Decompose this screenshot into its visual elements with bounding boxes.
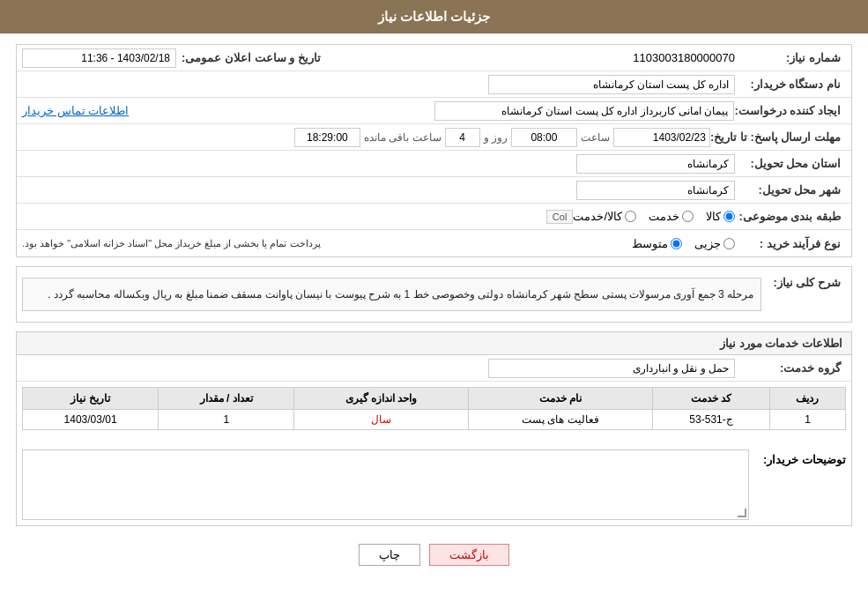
delivery-province-label: استان محل تحویل:: [735, 157, 841, 170]
description-label: شرح کلی نیاز:: [761, 272, 841, 289]
main-form: شماره نیاز: 1103003180000070 تاریخ و ساع…: [16, 44, 852, 257]
need-number-value: 1103003180000070: [633, 51, 735, 64]
col-header-unit: واحد اندازه گیری: [294, 388, 468, 410]
remarks-box: [22, 449, 749, 520]
row-process-type: نوع فرآیند خرید : جزیی متوسط پرداخت تمام…: [17, 230, 851, 256]
print-button[interactable]: چاپ: [359, 544, 420, 566]
category-radio-group: کالا خدمت کالا/خدمت: [573, 210, 735, 223]
cell-unit: سال: [294, 410, 468, 430]
category-option-kala[interactable]: کالا: [706, 210, 735, 223]
cell-row-num: 1: [769, 410, 845, 430]
page-header: جزئیات اطلاعات نیاز: [0, 0, 868, 33]
row-delivery-city: شهر محل تحویل:: [17, 177, 851, 204]
col-header-need-date: تاریخ نیاز: [23, 388, 159, 410]
remarks-row: توضیحات خریدار:: [17, 444, 851, 525]
response-days-label: روز و: [484, 131, 508, 144]
response-time-label: ساعت: [581, 131, 610, 144]
row-need-number: شماره نیاز: 1103003180000070 تاریخ و ساع…: [17, 45, 851, 71]
contact-link[interactable]: اطلاعات تماس خریدار: [22, 104, 129, 117]
delivery-city-label: شهر محل تحویل:: [735, 183, 841, 197]
col-header-service-code: کد خدمت: [653, 388, 770, 410]
category-label: طبقه بندی موضوعی:: [735, 210, 841, 223]
row-response-deadline: مهلت ارسال پاسخ: تا تاریخ: ساعت روز و سا…: [17, 124, 851, 151]
row-category: طبقه بندی موضوعی: کالا خدمت کالا/خدمت: [17, 204, 851, 230]
process-motavas-label: متوسط: [632, 237, 668, 250]
process-option-jozi[interactable]: جزیی: [694, 237, 735, 250]
col-header-quantity: تعداد / مقدار: [159, 388, 294, 410]
need-number-label: شماره نیاز:: [735, 51, 841, 64]
col-header-row-num: ردیف: [769, 388, 845, 410]
response-days-input[interactable]: [445, 128, 480, 147]
remarks-label: توضیحات خریدار:: [749, 449, 846, 466]
page-title: جزئیات اطلاعات نیاز: [378, 9, 490, 24]
response-date-input[interactable]: [613, 128, 710, 147]
row-creator: ایجاد کننده درخواست: اطلاعات تماس خریدار: [17, 98, 851, 124]
description-box: مرحله 3 جمع آوری مرسولات پستی سطح شهر کر…: [22, 278, 761, 311]
description-section: شرح کلی نیاز: مرحله 3 جمع آوری مرسولات پ…: [16, 266, 852, 323]
col-header-service-name: نام خدمت: [468, 388, 652, 410]
category-radio-khedmat[interactable]: [682, 211, 694, 222]
process-type-label: نوع فرآیند خرید :: [735, 237, 841, 250]
col-badge: Col: [546, 210, 574, 224]
response-time-input[interactable]: [511, 128, 577, 147]
response-hours-label: ساعت باقی مانده: [364, 131, 441, 144]
category-radio-kala[interactable]: [723, 211, 735, 222]
row-delivery-province: استان محل تحویل:: [17, 151, 851, 177]
service-group-label: گروه خدمت:: [735, 361, 841, 375]
category-radio-kala-khedmat[interactable]: [625, 211, 636, 222]
category-khedmat-label: خدمت: [649, 210, 679, 223]
creator-label: ایجاد کننده درخواست:: [734, 104, 841, 117]
process-radio-motavas[interactable]: [671, 238, 682, 249]
table-row: 1 ج-531-53 فعالیت های پست سال 1 1403/03/…: [23, 410, 846, 430]
process-jozi-label: جزیی: [694, 237, 721, 250]
buyer-org-label: نام دستگاه خریدار:: [735, 78, 841, 91]
cell-service-code: ج-531-53: [653, 410, 770, 430]
category-kala-label: کالا: [706, 210, 721, 223]
response-deadline-label: مهلت ارسال پاسخ: تا تاریخ:: [710, 130, 841, 144]
category-option-khedmat[interactable]: خدمت: [649, 210, 694, 223]
buyer-org-input[interactable]: [488, 75, 735, 94]
description-row: شرح کلی نیاز: مرحله 3 جمع آوری مرسولات پ…: [17, 267, 851, 322]
resize-handle[interactable]: [738, 509, 746, 517]
delivery-city-input[interactable]: [576, 181, 735, 200]
row-service-group: گروه خدمت:: [17, 355, 851, 382]
response-remaining-input[interactable]: [294, 128, 360, 147]
process-radio-group: جزیی متوسط: [632, 237, 735, 250]
buttons-row: بازگشت چاپ: [16, 535, 852, 578]
cell-need-date: 1403/03/01: [23, 410, 159, 430]
description-text: مرحله 3 جمع آوری مرسولات پستی سطح شهر کر…: [48, 288, 753, 301]
table-header-row: ردیف کد خدمت نام خدمت واحد اندازه گیری ت…: [23, 388, 846, 410]
delivery-province-input[interactable]: [576, 154, 735, 174]
row-buyer-org: نام دستگاه خریدار:: [17, 71, 851, 98]
category-kala-khedmat-label: کالا/خدمت: [573, 210, 622, 223]
cell-quantity: 1: [159, 410, 294, 430]
service-group-input[interactable]: [488, 359, 735, 378]
creator-input[interactable]: [434, 101, 734, 121]
back-button[interactable]: بازگشت: [429, 544, 509, 566]
category-option-kala-khedmat[interactable]: کالا/خدمت: [573, 210, 636, 223]
services-section-title: اطلاعات خدمات مورد نیاز: [17, 332, 851, 355]
process-radio-jozi[interactable]: [723, 238, 735, 249]
services-section: اطلاعات خدمات مورد نیاز گروه خدمت: ردیف …: [16, 331, 852, 526]
process-note: پرداخت تمام یا بخشی از مبلغ خریداز محل "…: [22, 238, 321, 249]
services-table: ردیف کد خدمت نام خدمت واحد اندازه گیری ت…: [22, 387, 846, 430]
cell-service-name: فعالیت های پست: [468, 410, 652, 430]
services-table-container: ردیف کد خدمت نام خدمت واحد اندازه گیری ت…: [17, 382, 851, 435]
process-option-motavas[interactable]: متوسط: [632, 237, 682, 250]
announcement-datetime-input[interactable]: [22, 48, 176, 68]
announcement-label: تاریخ و ساعت اعلان عمومی:: [182, 51, 321, 64]
